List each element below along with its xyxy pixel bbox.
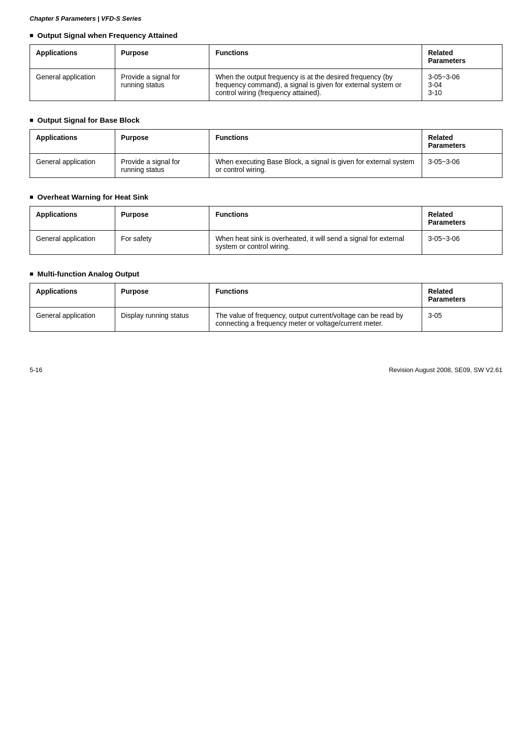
cell-functions: The value of frequency, output current/v… <box>209 308 422 332</box>
th-purpose: Purpose <box>115 283 209 308</box>
th-purpose: Purpose <box>115 206 209 231</box>
cell-applications: General application <box>30 308 115 332</box>
revision-info: Revision August 2008, SE09, SW V2.61 <box>389 366 502 374</box>
table-row: General applicationProvide a signal for … <box>30 154 502 178</box>
section-title-multi-function-analog-output: Multi-function Analog Output <box>30 270 502 278</box>
chapter-header: Chapter 5 Parameters | VFD-S Series <box>30 15 502 22</box>
th-functions: Functions <box>209 283 422 308</box>
section-output-signal-frequency: Output Signal when Frequency AttainedApp… <box>30 31 502 101</box>
section-title-output-signal-base-block: Output Signal for Base Block <box>30 116 502 124</box>
section-title-overheat-warning: Overheat Warning for Heat Sink <box>30 193 502 201</box>
cell-functions: When heat sink is overheated, it will se… <box>209 231 422 255</box>
table-output-signal-base-block: ApplicationsPurposeFunctionsRelatedParam… <box>30 129 502 178</box>
section-multi-function-analog-output: Multi-function Analog OutputApplications… <box>30 270 502 332</box>
cell-purpose: Display running status <box>115 308 209 332</box>
th-functions: Functions <box>209 206 422 231</box>
cell-related: 3-05 <box>422 308 502 332</box>
cell-applications: General application <box>30 69 115 101</box>
page-number: 5-16 <box>30 366 42 374</box>
section-output-signal-base-block: Output Signal for Base BlockApplications… <box>30 116 502 178</box>
table-overheat-warning: ApplicationsPurposeFunctionsRelatedParam… <box>30 206 502 255</box>
th-related-parameters: RelatedParameters <box>422 206 502 231</box>
section-overheat-warning: Overheat Warning for Heat SinkApplicatio… <box>30 193 502 255</box>
th-related-parameters: RelatedParameters <box>422 283 502 308</box>
cell-applications: General application <box>30 154 115 178</box>
table-multi-function-analog-output: ApplicationsPurposeFunctionsRelatedParam… <box>30 283 502 332</box>
cell-applications: General application <box>30 231 115 255</box>
th-functions: Functions <box>209 45 422 69</box>
section-title-output-signal-frequency: Output Signal when Frequency Attained <box>30 31 502 39</box>
th-applications: Applications <box>30 283 115 308</box>
th-purpose: Purpose <box>115 45 209 69</box>
th-applications: Applications <box>30 45 115 69</box>
th-purpose: Purpose <box>115 130 209 154</box>
cell-related: 3-05~3-06 <box>422 154 502 178</box>
th-applications: Applications <box>30 130 115 154</box>
th-applications: Applications <box>30 206 115 231</box>
table-row: General applicationProvide a signal for … <box>30 69 502 101</box>
table-output-signal-frequency: ApplicationsPurposeFunctionsRelatedParam… <box>30 44 502 101</box>
cell-purpose: Provide a signal for running status <box>115 69 209 101</box>
th-functions: Functions <box>209 130 422 154</box>
cell-functions: When the output frequency is at the desi… <box>209 69 422 101</box>
cell-purpose: Provide a signal for running status <box>115 154 209 178</box>
cell-related: 3-05~3-063-043-10 <box>422 69 502 101</box>
table-row: General applicationFor safetyWhen heat s… <box>30 231 502 255</box>
cell-purpose: For safety <box>115 231 209 255</box>
table-row: General applicationDisplay running statu… <box>30 308 502 332</box>
th-related-parameters: RelatedParameters <box>422 130 502 154</box>
th-related-parameters: RelatedParameters <box>422 45 502 69</box>
cell-functions: When executing Base Block, a signal is g… <box>209 154 422 178</box>
cell-related: 3-05~3-06 <box>422 231 502 255</box>
